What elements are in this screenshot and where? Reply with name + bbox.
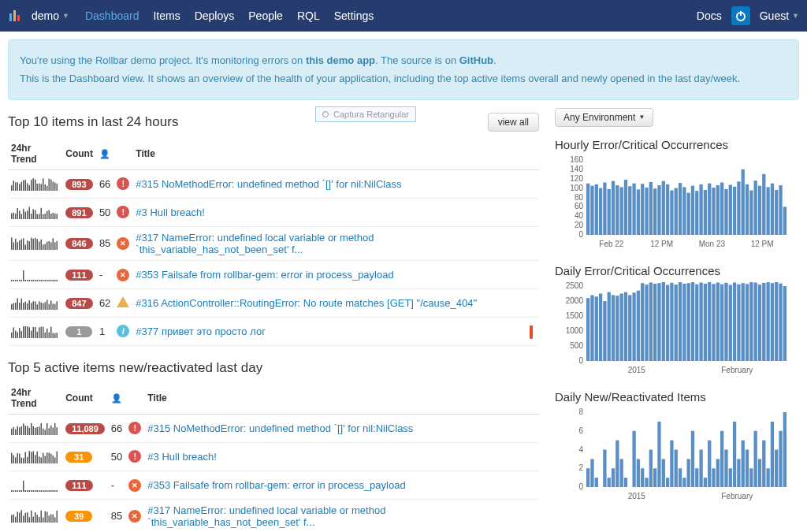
svg-rect-375 (762, 283, 765, 361)
svg-rect-26 (11, 213, 13, 218)
svg-rect-187 (45, 456, 46, 463)
item-link[interactable]: #317 NameError: undefined local variable… (136, 232, 374, 255)
svg-rect-82 (27, 280, 28, 281)
svg-rect-152 (23, 423, 24, 435)
github-link[interactable]: GitHub (459, 54, 493, 66)
svg-rect-366 (724, 283, 727, 361)
hourly-chart: 020406080100120140160Feb 2212 PMMon 2312… (555, 156, 791, 251)
svg-text:6: 6 (578, 426, 583, 435)
svg-rect-197 (17, 490, 19, 492)
nav-rql[interactable]: RQL (297, 9, 320, 22)
svg-rect-88 (39, 280, 40, 281)
environment-selector[interactable]: Any Environment ▼ (555, 108, 653, 127)
svg-rect-228 (31, 511, 32, 523)
trend-cell (8, 414, 62, 442)
item-link[interactable]: #353 Failsafe from rollbar-gem: error in… (147, 479, 405, 491)
nav-deploys[interactable]: Deploys (195, 9, 235, 22)
svg-rect-298 (682, 187, 686, 235)
svg-rect-181 (33, 451, 35, 463)
item-link[interactable]: #3 Hull breach! (147, 451, 216, 463)
level-cell (113, 260, 132, 288)
item-link[interactable]: #317 NameError: undefined local variable… (147, 504, 385, 528)
svg-rect-241 (57, 511, 58, 523)
view-all-button[interactable]: view all (488, 113, 539, 132)
title-cell: #353 Failsafe from rollbar-gem: error in… (132, 260, 526, 288)
svg-rect-380 (783, 286, 787, 361)
svg-rect-308 (724, 189, 727, 235)
svg-rect-69 (49, 241, 50, 250)
warning-icon (117, 296, 129, 307)
table-row: 31 50 #3 Hull breach! (8, 442, 539, 471)
svg-rect-411 (682, 478, 686, 487)
item-link[interactable]: #316 ActionController::RoutingError: No … (136, 297, 477, 309)
svg-rect-67 (45, 244, 46, 250)
col-people-icon (108, 382, 125, 415)
svg-rect-402 (645, 478, 648, 487)
svg-rect-355 (679, 282, 682, 361)
svg-rect-2 (11, 185, 13, 191)
svg-rect-425 (742, 440, 745, 486)
user-menu[interactable]: Guest ▼ (760, 9, 799, 22)
svg-rect-54 (19, 240, 20, 250)
svg-text:2500: 2500 (566, 282, 584, 290)
project-selector[interactable]: demo ▼ (32, 9, 69, 22)
nav-dashboard[interactable]: Dashboard (85, 9, 139, 22)
svg-rect-20 (46, 186, 48, 191)
item-link[interactable]: #315 NoMethodError: undefined method `[]… (147, 422, 413, 434)
svg-rect-282 (615, 185, 619, 235)
svg-rect-414 (695, 468, 698, 487)
item-link[interactable]: #353 Failsafe from rollbar-gem: error in… (136, 269, 393, 281)
trend-cell (8, 442, 62, 471)
demo-app-link[interactable]: this demo app (306, 54, 375, 66)
svg-rect-73 (57, 241, 58, 250)
svg-rect-307 (720, 182, 723, 235)
lang-cell (530, 471, 539, 499)
level-cell (113, 288, 132, 317)
svg-rect-234 (43, 518, 44, 523)
svg-rect-407 (666, 478, 669, 487)
trend-cell (8, 169, 62, 198)
item-link[interactable]: #315 NoMethodError: undefined method `[]… (136, 178, 401, 190)
trend-cell (8, 260, 62, 288)
col-count: Count (62, 138, 96, 170)
item-link[interactable]: #3 Hull breach! (136, 206, 204, 218)
svg-rect-160 (39, 426, 40, 435)
svg-rect-40 (39, 214, 40, 218)
count-cell: 893 (62, 169, 96, 198)
power-icon[interactable] (731, 6, 750, 25)
svg-text:February: February (721, 366, 753, 374)
svg-rect-312 (742, 169, 745, 235)
svg-rect-361 (704, 284, 707, 361)
nav-docs[interactable]: Docs (697, 9, 722, 22)
svg-rect-352 (666, 285, 669, 361)
level-cell (113, 169, 132, 198)
svg-text:0: 0 (578, 356, 583, 365)
svg-rect-202 (27, 490, 28, 492)
item-link[interactable]: #377 привет это просто лог (136, 326, 266, 337)
nav-items[interactable]: Items (153, 9, 180, 22)
svg-rect-205 (33, 490, 35, 492)
svg-rect-98 (11, 304, 13, 310)
html5-icon (530, 326, 533, 339)
lang-cell (526, 288, 539, 317)
nav-people[interactable]: People (248, 9, 283, 22)
count-cell: 31 (62, 442, 108, 471)
svg-rect-108 (31, 303, 32, 310)
svg-rect-16 (39, 184, 40, 191)
svg-rect-283 (620, 187, 623, 235)
level-cell (125, 442, 144, 471)
svg-rect-85 (33, 280, 35, 281)
svg-rect-424 (737, 459, 740, 487)
svg-rect-296 (675, 188, 678, 234)
nav-settings[interactable]: Settings (334, 9, 374, 22)
svg-rect-239 (53, 515, 54, 523)
svg-rect-339 (612, 295, 615, 361)
svg-rect-377 (771, 283, 774, 361)
title-cell: #3 Hull breach! (144, 442, 530, 471)
svg-text:1000: 1000 (566, 326, 584, 335)
table-row: 111 - #353 Failsafe from rollbar-gem: er… (8, 471, 539, 499)
svg-rect-124 (15, 330, 17, 337)
svg-text:1500: 1500 (566, 311, 584, 320)
svg-rect-95 (53, 280, 54, 281)
newitems-chart: 024682015February (555, 408, 791, 503)
